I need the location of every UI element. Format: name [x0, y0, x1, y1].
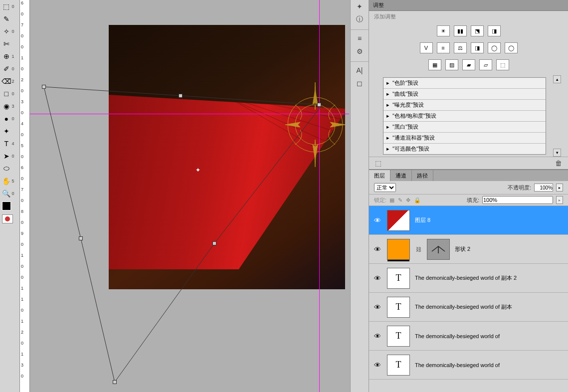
visibility-icon[interactable]: 👁	[373, 245, 382, 253]
preset-item[interactable]: ▸"色相/饱和度"预设	[383, 111, 546, 122]
tool-button[interactable]: ✧	[1, 26, 11, 37]
tool-button[interactable]: ●	[1, 113, 11, 124]
adjustment-icon[interactable]: ▦	[428, 59, 441, 70]
adjustment-icon[interactable]: ▰	[462, 59, 475, 70]
foreground-swatch[interactable]	[2, 201, 11, 210]
tool-button[interactable]: ◉	[1, 101, 11, 112]
layer-name[interactable]: The demonically-besieged world of 副本 2	[415, 274, 517, 282]
collapsed-panel-icon[interactable]: ⚙	[351, 45, 369, 58]
mask-thumbnail[interactable]	[427, 239, 450, 260]
trash-icon[interactable]: 🗑	[555, 159, 562, 167]
tab-channels[interactable]: 通道	[390, 170, 412, 181]
tool-button[interactable]: T	[1, 138, 11, 149]
visibility-icon[interactable]: 👁	[373, 216, 382, 224]
collapsed-panel-icon[interactable]: A|	[351, 64, 369, 77]
adjustment-icon[interactable]: ▮▮	[454, 25, 467, 36]
clip-icon[interactable]: ⬚	[375, 159, 381, 167]
layer-item[interactable]: 👁 T The demonically-besieged world of	[369, 351, 568, 380]
preset-scroll-down[interactable]: ▾	[553, 149, 561, 157]
adjustment-icon[interactable]: ⬚	[496, 59, 509, 70]
fill-thumbnail[interactable]	[387, 239, 410, 260]
adjustment-icon[interactable]: ◯	[505, 42, 518, 53]
fill-flyout[interactable]: ▸	[556, 196, 563, 204]
text-layer-thumbnail[interactable]: T	[387, 326, 410, 347]
tool-button[interactable]: ✐	[1, 63, 11, 74]
layer-name[interactable]: 形状 2	[455, 245, 470, 253]
lock-position-icon[interactable]: ✥	[406, 197, 410, 203]
tool-button[interactable]: ✦	[1, 126, 11, 137]
text-layer-thumbnail[interactable]: T	[387, 268, 410, 289]
layer-name[interactable]: The demonically-besieged world of	[415, 362, 500, 368]
lock-pixels-icon[interactable]: ✎	[398, 197, 402, 203]
preset-item[interactable]: ▸"通道混和器"预设	[383, 133, 546, 144]
adjustment-icon[interactable]: ▨	[445, 59, 458, 70]
collapsed-panel-icon[interactable]: ◻	[351, 77, 369, 90]
transform-handle[interactable]	[212, 241, 216, 245]
opacity-flyout[interactable]: ▸	[556, 184, 563, 192]
transform-handle[interactable]	[42, 85, 46, 89]
layer-item[interactable]: 👁 T The demonically-besieged world of 副本	[369, 293, 568, 322]
tool-button[interactable]: □	[1, 88, 11, 99]
transform-handle[interactable]	[79, 236, 83, 240]
tool-button[interactable]: ✄	[1, 38, 11, 49]
layer-name[interactable]: 图层 8	[415, 216, 430, 224]
adjustment-icon[interactable]: V	[420, 42, 433, 53]
fill-input[interactable]	[482, 196, 553, 204]
tool-button[interactable]: 🔍	[1, 188, 11, 199]
tool-button[interactable]: ⊕	[1, 51, 11, 62]
layer-name[interactable]: The demonically-besieged world of 副本	[415, 303, 512, 311]
visibility-icon[interactable]: 👁	[373, 303, 382, 311]
opacity-input[interactable]	[534, 184, 553, 192]
adjustment-icon[interactable]: ◨	[488, 25, 501, 36]
tool-button[interactable]: ✋	[1, 176, 11, 187]
adjustments-tab[interactable]: 调整	[369, 0, 568, 11]
blend-mode-select[interactable]: 正常	[374, 183, 396, 192]
adjustment-icon[interactable]: ☀	[437, 25, 450, 36]
layer-name[interactable]: The demonically-besieged world of	[415, 333, 500, 339]
layer-item[interactable]: 👁 T The demonically-besieged world of 副本…	[369, 264, 568, 293]
adjustment-icon[interactable]: ⚖	[454, 42, 467, 53]
visibility-icon[interactable]: 👁	[373, 274, 382, 282]
preset-item[interactable]: ▸"黑白"预设	[383, 122, 546, 133]
preset-item[interactable]: ▸"色阶"预设	[383, 78, 546, 89]
collapsed-panel-icon[interactable]: ⓘ	[351, 13, 369, 26]
visibility-icon[interactable]: 👁	[373, 361, 382, 369]
lock-all-icon[interactable]: 🔒	[414, 197, 421, 203]
transform-handle[interactable]	[179, 94, 183, 98]
canvas-area[interactable]: ✦	[30, 0, 349, 392]
quick-mask-button[interactable]	[2, 214, 13, 223]
adjustment-icon[interactable]: ◨	[471, 42, 484, 53]
tool-button[interactable]: ⬚	[1, 1, 11, 12]
preset-item[interactable]: ▸"曝光度"预设	[383, 100, 546, 111]
tool-button[interactable]: ⌫	[1, 76, 11, 87]
transform-handle[interactable]	[317, 103, 321, 107]
preset-item[interactable]: ▸"可选颜色"预设	[383, 144, 546, 154]
collapsed-panel-icon[interactable]: ✦	[351, 0, 369, 13]
text-layer-thumbnail[interactable]: T	[387, 355, 410, 376]
text-layer-thumbnail[interactable]: T	[387, 297, 410, 318]
transform-center-icon[interactable]: ✦	[194, 167, 201, 174]
vertical-guide[interactable]	[319, 0, 320, 392]
transform-handle[interactable]	[113, 380, 117, 384]
tool-button[interactable]: ⬭	[1, 163, 11, 174]
tab-layers[interactable]: 图层	[369, 170, 390, 181]
lock-transparency-icon[interactable]: ▦	[389, 197, 394, 203]
adjustment-icon[interactable]: ◯	[488, 42, 501, 53]
horizontal-guide[interactable]	[30, 114, 349, 114]
layer-item[interactable]: 👁 T The demonically-besieged world of	[369, 322, 568, 351]
preset-scroll-up[interactable]: ▴	[553, 75, 561, 83]
color-swatches[interactable]	[0, 199, 19, 212]
layer-thumbnail[interactable]	[387, 210, 410, 231]
tab-paths[interactable]: 路径	[412, 170, 433, 181]
layer-item[interactable]: 👁 图层 8	[369, 206, 568, 235]
visibility-icon[interactable]: 👁	[373, 332, 382, 340]
preset-item[interactable]: ▸"曲线"预设	[383, 89, 546, 100]
adjustment-icon[interactable]: ≡	[437, 42, 450, 53]
layer-item[interactable]: 👁 ⛓ 形状 2	[369, 235, 568, 264]
adjustment-icon[interactable]: ▱	[479, 59, 492, 70]
document-canvas[interactable]	[109, 25, 345, 289]
tool-button[interactable]: ➤	[1, 151, 11, 162]
collapsed-panel-icon[interactable]: ≡	[351, 32, 369, 45]
tool-button[interactable]: ✎	[1, 13, 11, 24]
adjustment-icon[interactable]: ⬔	[471, 25, 484, 36]
